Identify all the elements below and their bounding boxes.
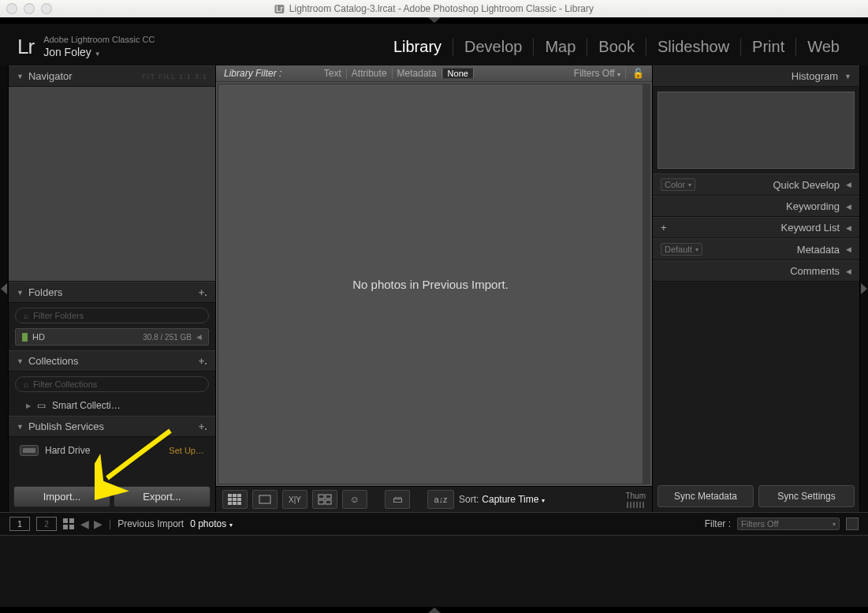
svg-rect-10 — [319, 495, 324, 499]
module-slideshow[interactable]: Slideshow — [646, 38, 740, 56]
chevron-left-icon: ◀ — [846, 181, 851, 189]
chevron-down-icon: ▼ — [17, 73, 24, 80]
grid-view-button[interactable] — [222, 490, 248, 509]
source-crumb[interactable]: Previous Import — [117, 518, 184, 529]
chevron-left-icon: ◀ — [846, 224, 851, 232]
module-develop[interactable]: Develop — [453, 38, 533, 56]
sort-direction-button[interactable]: a↓z — [427, 490, 454, 509]
collection-set-icon: ▭ — [37, 400, 46, 411]
module-book[interactable]: Book — [587, 38, 646, 56]
chevron-down-icon: ▼ — [844, 73, 851, 80]
module-map[interactable]: Map — [533, 38, 587, 56]
filmstrip[interactable] — [0, 535, 868, 607]
add-publish-icon[interactable]: +. — [199, 421, 207, 432]
filter-attribute[interactable]: Attribute — [347, 68, 393, 79]
import-button[interactable]: Import... — [13, 486, 110, 507]
keyword-list-header[interactable]: +Keyword List◀ — [653, 217, 859, 238]
filter-switch-icon[interactable] — [846, 518, 859, 530]
chevron-right-icon: ▶ — [26, 402, 31, 409]
svg-rect-5 — [237, 498, 241, 501]
right-panel: Histogram▼ Color▾Quick Develop◀ Keywordi… — [652, 65, 860, 512]
sync-settings-button[interactable]: Sync Settings — [758, 485, 855, 507]
filmstrip-toolbar: 1 2 ◀▶ | Previous Import 0 photos ▾ Filt… — [0, 512, 868, 535]
second-window-button[interactable]: 2 — [36, 517, 57, 531]
add-keyword-icon[interactable]: + — [661, 222, 667, 234]
filter-text[interactable]: Text — [319, 68, 347, 79]
module-picker: LibraryDevelopMapBookSlideshowPrintWeb — [382, 38, 851, 56]
loupe-view-button[interactable] — [252, 490, 278, 509]
survey-view-button[interactable] — [312, 490, 337, 509]
traffic-lights — [6, 3, 52, 14]
library-filter-label: Library Filter : — [224, 68, 281, 79]
svg-rect-12 — [319, 500, 324, 504]
publish-setup-link[interactable]: Set Up… — [169, 446, 204, 455]
window-titlebar: LrLightroom Catalog-3.lrcat - Adobe Phot… — [0, 0, 868, 17]
harddrive-icon — [20, 445, 39, 456]
metadata-preset-select[interactable]: Default▾ — [661, 243, 702, 256]
add-collection-icon[interactable]: +. — [199, 355, 207, 367]
thumbnail-slider[interactable]: Thum — [625, 492, 646, 508]
navigator-header[interactable]: ▼Navigator FIT FILL 1:1 3:1 — [9, 65, 215, 87]
grid-toolbar: X|Y ☺ 🗃 a↓z Sort: Capture Time ▾ Thum — [216, 486, 652, 512]
filters-off-dropdown[interactable]: Filters Off ▾ — [569, 68, 626, 79]
filmstrip-filter-select[interactable]: Filters Off▾ — [737, 518, 840, 530]
add-folder-icon[interactable]: +. — [199, 286, 207, 298]
chevron-left-icon: ◀ — [846, 267, 851, 275]
people-view-button[interactable]: ☺ — [342, 490, 367, 509]
volume-row[interactable]: HD 30.8 / 251 GB◀ — [15, 328, 209, 346]
folders-header[interactable]: ▼Folders +. — [9, 282, 215, 303]
svg-rect-4 — [233, 498, 237, 501]
export-button[interactable]: Export... — [114, 486, 210, 507]
grid-view[interactable]: No photos in Previous Import. — [218, 84, 650, 484]
filter-none[interactable]: None — [442, 68, 474, 79]
lr-logo-icon: Lr — [17, 35, 34, 59]
filter-collections-input[interactable]: ⌕Filter Collections — [15, 376, 209, 392]
painter-tool-button[interactable]: 🗃 — [385, 490, 410, 509]
publish-harddrive-row[interactable]: Hard Drive Set Up… — [15, 442, 209, 459]
chevron-down-icon: ▼ — [17, 289, 24, 297]
chevron-down-icon: ▼ — [17, 423, 24, 431]
left-panel: ▼Navigator FIT FILL 1:1 3:1 ▼Folders +. … — [8, 65, 216, 512]
sort-dropdown[interactable]: Capture Time ▾ — [482, 494, 544, 505]
search-icon: ⌕ — [24, 311, 29, 320]
svg-rect-1 — [233, 494, 237, 497]
sync-metadata-button[interactable]: Sync Metadata — [658, 485, 754, 507]
filter-folders-input[interactable]: ⌕Filter Folders — [15, 308, 209, 323]
collections-header[interactable]: ▼Collections +. — [9, 350, 215, 372]
window-title: Lightroom Catalog-3.lrcat - Adobe Photos… — [289, 3, 594, 14]
chevron-left-icon: ◀ — [846, 245, 851, 253]
chevron-left-icon: ◀ — [846, 203, 851, 211]
chevron-left-icon: ◀ — [196, 333, 202, 341]
module-library[interactable]: Library — [382, 38, 453, 56]
filter-metadata[interactable]: Metadata — [393, 68, 442, 79]
navigator-zoom-opts[interactable]: FIT FILL 1:1 3:1 — [142, 72, 207, 80]
jump-grid-icon[interactable] — [63, 518, 74, 529]
quick-develop-header[interactable]: Color▾Quick Develop◀ — [653, 174, 859, 196]
lock-icon[interactable]: 🔓 — [632, 68, 644, 79]
photo-count[interactable]: 0 photos ▾ — [190, 518, 232, 529]
module-web[interactable]: Web — [795, 38, 851, 56]
compare-view-button[interactable]: X|Y — [282, 490, 307, 509]
right-edge-collapse[interactable] — [860, 65, 868, 512]
publish-header[interactable]: ▼Publish Services +. — [9, 416, 215, 437]
svg-rect-3 — [228, 498, 232, 501]
svg-rect-6 — [228, 502, 232, 505]
main-window-button[interactable]: 1 — [9, 517, 30, 531]
identity-user[interactable]: Jon Foley▼ — [43, 46, 155, 60]
histogram-display — [658, 92, 855, 169]
comments-header[interactable]: Comments◀ — [653, 260, 859, 282]
left-edge-collapse[interactable] — [0, 65, 8, 512]
keywording-header[interactable]: Keywording◀ — [653, 196, 859, 217]
svg-rect-8 — [237, 502, 241, 505]
histogram-header[interactable]: Histogram▼ — [653, 65, 859, 87]
nav-fwd-icon[interactable]: ▶ — [94, 518, 102, 530]
nav-back-icon[interactable]: ◀ — [80, 518, 89, 530]
product-name: Adobe Lightroom Classic CC — [43, 35, 155, 46]
center-area: Library Filter : TextAttributeMetadataNo… — [216, 65, 652, 512]
smart-collections-row[interactable]: ▶▭Smart Collecti… — [15, 397, 209, 411]
top-panel-collapse[interactable] — [0, 17, 868, 24]
bottom-panel-collapse[interactable] — [0, 607, 868, 613]
module-print[interactable]: Print — [740, 38, 795, 56]
color-label-select[interactable]: Color▾ — [661, 178, 695, 191]
metadata-header[interactable]: Default▾Metadata◀ — [653, 238, 859, 260]
